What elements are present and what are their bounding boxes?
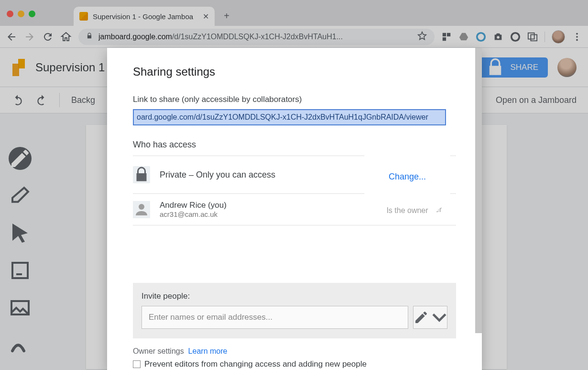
svg-point-8 xyxy=(576,33,578,34)
close-tab-icon[interactable]: ✕ xyxy=(203,12,209,21)
lock-icon xyxy=(86,33,93,41)
jamboard-favicon xyxy=(79,12,88,21)
background-button[interactable]: Backg xyxy=(71,95,95,105)
toolbar-divider xyxy=(544,32,545,42)
svg-point-9 xyxy=(576,36,578,38)
chevron-down-icon xyxy=(432,306,447,328)
select-tool[interactable] xyxy=(9,222,32,245)
svg-point-3 xyxy=(477,33,485,41)
url-text: jamboard.google.com/d/1suZzY1OMDDLSQKJ-x… xyxy=(98,33,412,41)
new-tab-button[interactable]: + xyxy=(219,9,234,23)
ext-icon-1[interactable] xyxy=(441,32,452,42)
highlight-spotlight: Change... Is the owner xyxy=(360,128,454,222)
owner-role-highlight: Is the owner xyxy=(386,206,428,215)
ext-icon-3[interactable] xyxy=(476,32,486,42)
share-button[interactable]: SHARE xyxy=(476,57,548,78)
svg-point-5 xyxy=(512,33,520,41)
modal-scrollbar[interactable] xyxy=(475,48,482,333)
maximize-window-icon[interactable] xyxy=(29,11,35,17)
tab-title: Supervision 1 - Google Jamboa xyxy=(93,12,198,21)
invite-input[interactable]: Enter names or email addresses... xyxy=(142,306,408,329)
profile-avatar[interactable] xyxy=(552,30,565,44)
owner-info: Andrew Rice (you) acr31@cam.ac.uk xyxy=(160,201,400,218)
undo-button[interactable] xyxy=(11,94,24,106)
owner-email: acr31@cam.ac.uk xyxy=(160,210,400,218)
browser-tab[interactable]: Supervision 1 - Google Jamboa ✕ xyxy=(74,7,215,26)
user-avatar[interactable] xyxy=(557,58,577,77)
link-label: Link to share (only accessible by collab… xyxy=(133,95,456,104)
side-toolbar xyxy=(6,147,34,357)
tab-strip: Supervision 1 - Google Jamboa ✕ + xyxy=(0,0,588,26)
pen-tool[interactable] xyxy=(9,147,32,170)
svg-rect-11 xyxy=(18,59,25,68)
url-input[interactable]: jamboard.google.com/d/1suZzY1OMDDLSQKJ-x… xyxy=(78,29,435,45)
person-icon xyxy=(133,201,150,218)
owner-settings: Owner settings Learn more xyxy=(133,347,456,356)
invite-section: Invite people: Enter names or email addr… xyxy=(133,283,456,338)
home-button[interactable] xyxy=(60,31,72,43)
close-window-icon[interactable] xyxy=(7,11,13,17)
star-icon[interactable] xyxy=(417,31,427,43)
svg-rect-2 xyxy=(443,37,446,40)
learn-more-link[interactable]: Learn more xyxy=(188,347,228,355)
modal-title: Sharing settings xyxy=(133,65,456,78)
image-tool[interactable] xyxy=(9,296,32,319)
sticky-note-tool[interactable] xyxy=(9,259,32,282)
lock-icon xyxy=(133,166,150,183)
laser-tool[interactable] xyxy=(9,334,32,357)
address-bar: jamboard.google.com/d/1suZzY1OMDDLSQKJ-x… xyxy=(0,26,588,48)
svg-point-4 xyxy=(497,36,500,39)
reload-button[interactable] xyxy=(42,31,54,43)
svg-rect-0 xyxy=(443,33,446,36)
change-access-link-highlight[interactable]: Change... xyxy=(389,172,426,182)
toolbar-divider xyxy=(59,93,60,107)
share-link-input[interactable]: oard.google.com/d/1suZzY1OMDDLSQKJ-x1CH-… xyxy=(133,109,446,125)
svg-point-10 xyxy=(576,39,578,41)
menu-icon[interactable] xyxy=(572,32,582,42)
share-link-value: oard.google.com/d/1suZzY1OMDDLSQKJ-x1CH-… xyxy=(137,113,428,122)
prevent-editors-row[interactable]: Prevent editors from changing access and… xyxy=(133,359,456,369)
prevent-editors-label: Prevent editors from changing access and… xyxy=(144,359,367,369)
jamboard-logo xyxy=(11,59,26,76)
invite-label: Invite people: xyxy=(142,292,447,301)
pencil-icon xyxy=(414,306,429,328)
permission-dropdown[interactable] xyxy=(413,306,447,329)
eraser-tool[interactable] xyxy=(9,184,32,207)
camera-icon[interactable] xyxy=(493,32,503,42)
minimize-window-icon[interactable] xyxy=(18,11,24,17)
svg-rect-1 xyxy=(447,33,450,36)
invite-placeholder: Enter names or email addresses... xyxy=(149,313,272,322)
forward-button[interactable] xyxy=(24,31,35,43)
prevent-editors-checkbox[interactable] xyxy=(133,360,141,368)
window-controls xyxy=(7,11,35,17)
extension-icons xyxy=(441,30,582,44)
svg-point-16 xyxy=(139,204,144,210)
lock-icon xyxy=(485,57,505,78)
owner-settings-label: Owner settings xyxy=(133,347,184,355)
svg-rect-13 xyxy=(12,263,28,278)
ext-icon-5[interactable] xyxy=(510,32,521,42)
translate-icon[interactable] xyxy=(527,32,538,42)
svg-rect-12 xyxy=(12,64,19,76)
drive-icon[interactable] xyxy=(458,32,469,42)
open-jamboard-button[interactable]: Open on a Jamboard xyxy=(496,95,577,105)
share-label: SHARE xyxy=(510,63,538,72)
redo-button[interactable] xyxy=(35,94,48,106)
access-description: Private – Only you can access xyxy=(160,170,390,180)
back-button[interactable] xyxy=(6,31,17,43)
owner-name: Andrew Rice (you) xyxy=(160,201,400,210)
